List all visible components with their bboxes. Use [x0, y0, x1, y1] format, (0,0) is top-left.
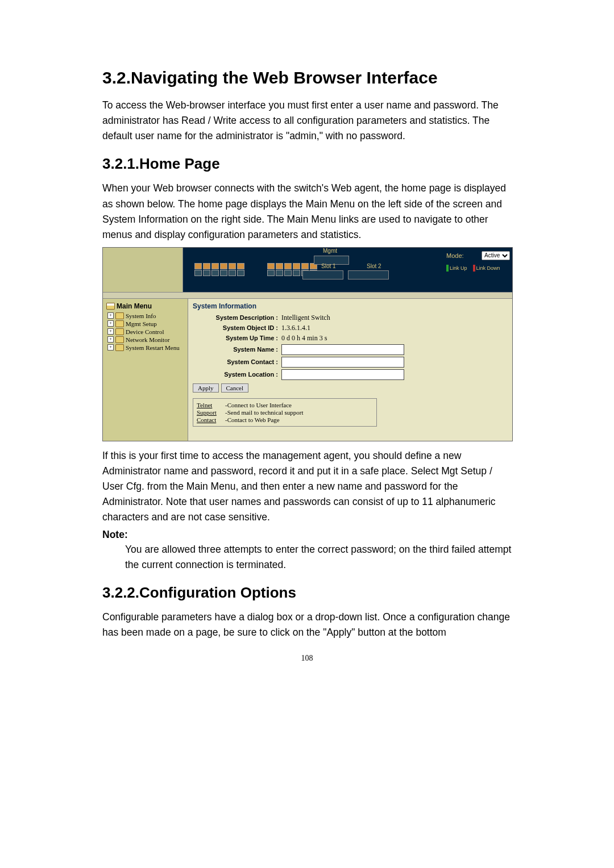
folder-icon — [115, 320, 124, 327]
link-down-indicator-icon — [473, 265, 475, 272]
section-heading-3-2-2: 3.2.2.Configuration Options — [102, 584, 512, 602]
cancel-button[interactable]: Cancel — [221, 383, 249, 393]
note-body: You are allowed three attempts to enter … — [125, 542, 512, 573]
tree-item-device-control[interactable]: + Device Control — [107, 328, 185, 335]
link-row-telnet: Telnet -Connect to User Interface — [197, 402, 373, 408]
tree-item-mgmt-setup[interactable]: + Mgmt Setup — [107, 320, 185, 327]
system-uptime-value: 0 d 0 h 4 min 3 s — [281, 334, 327, 343]
section-heading-3-2-1: 3.2.1.Home Page — [102, 155, 512, 173]
link-row-support: Support -Send mail to technical support — [197, 409, 373, 416]
slot2-label: Slot 2 — [367, 263, 381, 269]
tree-item-system-info[interactable]: + System Info — [107, 312, 185, 319]
quick-links-box: Telnet -Connect to User Interface Suppor… — [193, 398, 377, 427]
main-menu-title: Main Menu — [106, 302, 185, 310]
folder-icon — [115, 336, 124, 343]
home-page-paragraph: When your Web browser connects with the … — [102, 181, 512, 243]
legend-link-down: Link Down — [473, 265, 500, 272]
system-uptime-label: System Up Time : — [193, 335, 281, 341]
apply-button[interactable]: Apply — [193, 383, 219, 393]
folder-icon — [115, 328, 124, 335]
divider-bar — [103, 292, 512, 299]
telnet-link-desc: -Connect to User Interface — [225, 402, 292, 408]
intro-paragraph: To access the Web-browser interface you … — [102, 98, 512, 144]
config-options-paragraph: Configurable parameters have a dialog bo… — [102, 610, 512, 640]
system-description-label: System Description : — [193, 314, 281, 321]
main-menu-tree: Main Menu + System Info + Mgmt Setup + D… — [103, 299, 188, 441]
expander-icon[interactable]: + — [107, 320, 114, 327]
contact-link[interactable]: Contact — [197, 416, 223, 423]
page-number: 108 — [102, 654, 512, 663]
link-row-contact: Contact -Contact to Web Page — [197, 416, 373, 423]
slot2-box — [348, 270, 389, 279]
link-up-indicator-icon — [446, 265, 449, 272]
after-screenshot-paragraph: If this is your first time to access the… — [102, 448, 512, 525]
expander-icon[interactable]: + — [107, 312, 114, 319]
tree-item-network-monitor[interactable]: + Network Monitor — [107, 336, 185, 343]
mode-select[interactable]: Active — [482, 251, 510, 260]
system-location-label: System Location : — [193, 371, 281, 378]
logo-area — [103, 248, 183, 292]
port-diagram: Mgmt Slot 1 Slot 2 — [183, 248, 444, 292]
system-object-id-label: System Object ID : — [193, 324, 281, 331]
expander-icon[interactable]: + — [107, 336, 114, 343]
system-contact-input[interactable] — [281, 357, 404, 368]
system-object-id-value: 1.3.6.1.4.1 — [281, 324, 310, 332]
legend-link-up: Link Up — [446, 265, 467, 272]
support-link[interactable]: Support — [197, 409, 223, 416]
folder-open-icon — [106, 303, 115, 310]
web-agent-screenshot: Mgmt Slot 1 Slot 2 Mode: Active L — [102, 247, 513, 441]
system-description-value: Intelligent Switch — [281, 314, 330, 322]
expander-icon[interactable]: + — [107, 328, 114, 335]
system-location-input[interactable] — [281, 369, 404, 380]
system-name-label: System Name : — [193, 346, 281, 353]
slot1-box — [302, 270, 343, 279]
folder-icon — [115, 344, 124, 351]
system-name-input[interactable] — [281, 344, 404, 355]
system-contact-label: System Contact : — [193, 358, 281, 365]
system-information-heading: System Information — [193, 302, 508, 310]
mode-panel: Mode: Active Link Up Link Down — [444, 248, 512, 292]
mode-label: Mode: — [446, 252, 464, 259]
folder-icon — [115, 312, 124, 319]
expander-icon[interactable]: + — [107, 344, 114, 350]
mgmt-label: Mgmt — [323, 248, 337, 254]
contact-link-desc: -Contact to Web Page — [225, 416, 280, 423]
note-label: Note: — [102, 529, 512, 541]
tree-item-system-restart[interactable]: + System Restart Menu — [107, 344, 185, 351]
slot1-label: Slot 1 — [321, 263, 336, 269]
support-link-desc: -Send mail to technical support — [225, 409, 303, 416]
system-information-panel: System Information System Description : … — [188, 299, 512, 441]
section-heading-3-2: 3.2.Navigating the Web Browser Interface — [102, 68, 512, 87]
telnet-link[interactable]: Telnet — [197, 402, 223, 408]
